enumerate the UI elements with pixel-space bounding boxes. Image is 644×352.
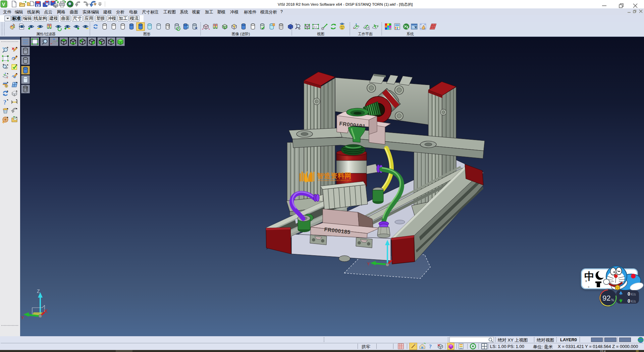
svg-text:K/s: K/s: [631, 293, 636, 296]
svg-text:’: ’: [585, 280, 587, 285]
svg-text:0: 0: [628, 298, 630, 304]
svg-text:92: 92: [602, 294, 610, 302]
svg-text:。: 。: [588, 282, 592, 288]
svg-text:%: %: [611, 298, 614, 302]
svg-text:K/s: K/s: [631, 300, 636, 303]
svg-text:0: 0: [628, 291, 630, 297]
